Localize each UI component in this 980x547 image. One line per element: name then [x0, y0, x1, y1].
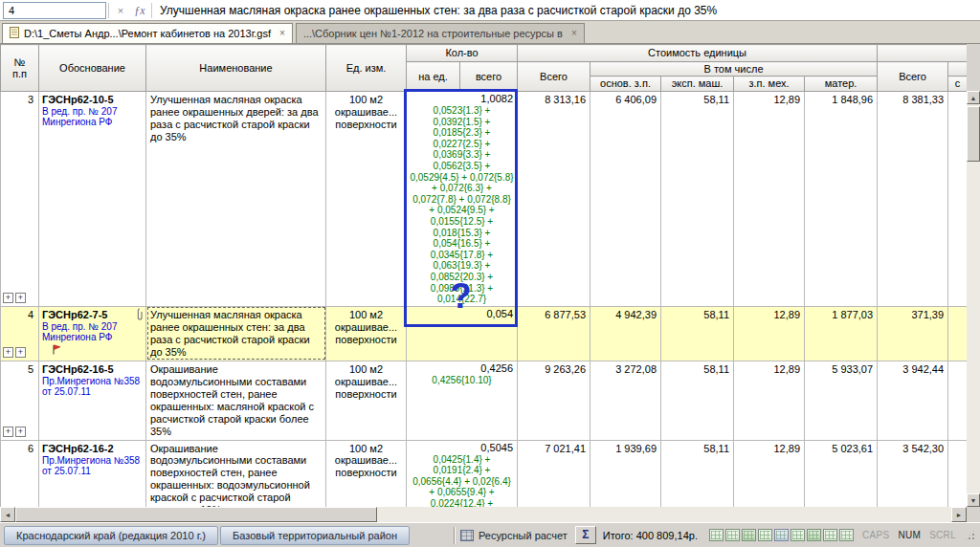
row-number-cell[interactable]: 6: [1, 440, 39, 507]
justification-cell[interactable]: ГЭСНр62-16-2 Пр.Минрегиона №358 от 25.07…: [39, 440, 146, 507]
expand-button[interactable]: +: [15, 347, 26, 358]
quantity-value: 0,4256: [409, 362, 515, 374]
justification-cell[interactable]: ГЭСНр62-10-5 В ред. пр. № 207 Минрегиона…: [39, 92, 146, 307]
unit-cell[interactable]: 100 м2 окрашивае... поверхности: [326, 92, 407, 307]
clipped-cell[interactable]: [948, 440, 967, 507]
grand-total-cell[interactable]: 3 542,30: [878, 440, 948, 507]
materials-cell[interactable]: 5 023,61: [805, 440, 878, 507]
base-wage-cell[interactable]: 1 939,69: [590, 440, 661, 507]
clipped-cell[interactable]: [948, 306, 967, 361]
vertical-scroll-thumb[interactable]: [967, 106, 980, 162]
expand-button[interactable]: +: [3, 427, 13, 437]
table-view-icon[interactable]: [758, 529, 772, 541]
scroll-up-icon[interactable]: ▲: [967, 91, 980, 104]
machines-cell[interactable]: 58,11: [661, 92, 734, 307]
caps-indicator: CAPS: [862, 530, 889, 540]
sum-button[interactable]: Σ: [575, 526, 596, 544]
table-view-icon[interactable]: [774, 529, 789, 541]
expand-button[interactable]: +: [3, 347, 13, 358]
unit-cost-total-cell[interactable]: 7 021,41: [518, 440, 590, 507]
expand-button[interactable]: +: [3, 293, 13, 303]
col-header-unit-cost-total: Всего: [518, 62, 590, 92]
table-view-icon[interactable]: [742, 529, 756, 541]
district-selector[interactable]: Базовый территориальный район: [220, 526, 410, 545]
unit-cost-total-cell[interactable]: 9 263,26: [518, 361, 590, 440]
base-wage-cell[interactable]: 4 942,39: [590, 306, 661, 361]
justification-cell[interactable]: ГЭСНр62-16-5 Пр.Минрегиона №358 от 25.07…: [39, 361, 146, 440]
unit-cost-total-cell[interactable]: 8 313,16: [518, 92, 590, 307]
machinist-wage-cell[interactable]: 12,89: [734, 92, 805, 307]
table-row-selected: 4 + + ГЭСНр62-7-5 В ред. пр. № 207 Минре…: [1, 306, 968, 361]
horizontal-scroll-thumb[interactable]: [15, 507, 377, 522]
table-view-icon[interactable]: [709, 529, 724, 541]
row-number-cell[interactable]: 5 + +: [1, 361, 39, 440]
scroll-down-icon[interactable]: ▼: [967, 493, 980, 507]
quantity-formula: 0,0523{1.3} + 0,0392{1.5} + 0,0185{2.3} …: [409, 105, 515, 305]
machines-cell[interactable]: 58,11: [661, 306, 734, 361]
close-icon[interactable]: ×: [279, 29, 285, 38]
estimate-grid: № п.п Обоснование Наименование Ед. изм. …: [0, 44, 967, 507]
table-view-icon[interactable]: [839, 529, 854, 541]
work-name-cell[interactable]: Окрашивание водоэмульсионными составами …: [146, 361, 326, 440]
tab-estimate-document[interactable]: D:\1_Сметы Андр...\Ремонт кабинетов на 2…: [2, 23, 293, 43]
table-view-icon[interactable]: [791, 529, 805, 541]
work-name-cell[interactable]: Улучшенная масляная окраска ранее окраше…: [146, 92, 326, 307]
function-icon[interactable]: ƒx: [130, 2, 149, 19]
base-wage-cell[interactable]: 3 272,08: [590, 361, 661, 440]
scroll-right-icon[interactable]: ►: [951, 507, 967, 522]
row-number-cell[interactable]: 4 + +: [1, 306, 39, 361]
resource-calc-icon: [460, 530, 474, 541]
grand-total-cell[interactable]: 3 942,44: [878, 361, 948, 440]
quantity-cell[interactable]: 0,054: [407, 306, 518, 361]
row-expanders: + +: [3, 427, 26, 437]
machinist-wage-cell[interactable]: 12,89: [734, 440, 805, 507]
machinist-wage-cell[interactable]: 12,89: [734, 306, 805, 361]
quantity-cell[interactable]: 1,0082 0,0523{1.3} + 0,0392{1.5} + 0,018…: [407, 92, 518, 307]
horizontal-scrollbar[interactable]: ◄ ►: [0, 507, 967, 522]
machinist-wage-cell[interactable]: 12,89: [734, 361, 805, 440]
expand-button[interactable]: +: [15, 293, 26, 303]
scroll-left-icon[interactable]: ◄: [0, 507, 15, 522]
col-header-machinist-wage: з.п. мех.: [734, 77, 805, 92]
col-header-including: В том числе: [590, 62, 878, 77]
unit-cost-total-cell[interactable]: 6 877,53: [518, 306, 590, 361]
machines-cell[interactable]: 58,11: [661, 440, 734, 507]
num-indicator: NUM: [898, 530, 921, 540]
tab-price-collection[interactable]: ...\Сборник цен №1-2012 на строительные …: [296, 23, 585, 43]
row-number-cell[interactable]: 3 + +: [1, 92, 39, 307]
col-header-justification: Обоснование: [39, 45, 146, 92]
col-header-clipped-blank: [948, 62, 967, 77]
materials-cell[interactable]: 1 848,96: [805, 92, 878, 307]
machines-cell[interactable]: 58,11: [661, 361, 734, 440]
close-icon[interactable]: ×: [571, 29, 577, 38]
unit-cell[interactable]: 100 м2 окрашивае... поверхности: [326, 306, 407, 361]
quantity-cell[interactable]: 0,5045 0,0425{1.4} + 0,0191{2.4} + 0,065…: [407, 440, 518, 507]
unit-cell[interactable]: 100 м2 окрашивае... поверхности: [326, 440, 407, 507]
vertical-scrollbar[interactable]: ▲ ▼: [967, 91, 980, 507]
materials-cell[interactable]: 1 877,03: [805, 306, 878, 361]
estimate-total: Итого: 400 809,14р.: [603, 530, 698, 541]
region-selector[interactable]: Краснодарский край (редакция 2010 г.): [4, 526, 218, 545]
quantity-formula: 0,4256{10.10}: [409, 375, 515, 386]
grand-total-cell[interactable]: 8 381,33: [878, 92, 948, 307]
work-name-cell[interactable]: Окрашивание водоэмульсионными составами …: [146, 440, 326, 507]
resize-grip[interactable]: [964, 529, 976, 541]
table-view-icon[interactable]: [823, 529, 837, 541]
quantity-cell[interactable]: 0,4256 0,4256{10.10}: [407, 361, 518, 440]
col-header-unit-cost: Стоимость единицы: [518, 45, 878, 62]
clipped-cell[interactable]: [948, 92, 967, 307]
col-header-per-unit: на ед.: [407, 62, 460, 92]
unit-cell[interactable]: 100 м2 окрашивае... поверхности: [326, 361, 407, 440]
justification-cell[interactable]: ГЭСНр62-7-5 В ред. пр. № 207 Минрегиона …: [39, 306, 146, 361]
cancel-icon[interactable]: ×: [111, 2, 130, 19]
clipped-cell[interactable]: [948, 361, 967, 440]
materials-cell[interactable]: 5 933,07: [805, 361, 878, 440]
work-name-cell-focused[interactable]: Улучшенная масляная окраска ранее окраше…: [146, 306, 326, 361]
grand-total-cell[interactable]: 371,39: [878, 306, 948, 361]
cell-reference-box[interactable]: 4: [3, 2, 106, 19]
table-view-icon[interactable]: [725, 529, 740, 541]
formula-input[interactable]: Улучшенная масляная окраска ранее окраше…: [154, 4, 980, 17]
table-view-icon[interactable]: [807, 529, 821, 541]
base-wage-cell[interactable]: 6 406,09: [590, 92, 661, 307]
expand-button[interactable]: +: [15, 427, 26, 437]
